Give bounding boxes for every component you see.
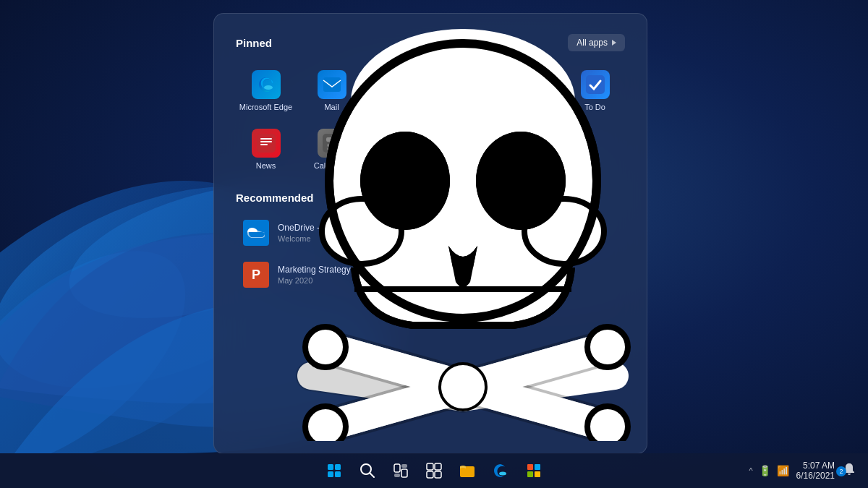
recommended-label: Recommended <box>236 192 625 204</box>
svg-point-26 <box>400 142 404 145</box>
recommended-section: Recommended OneDrive - F... Welcome W <box>236 192 625 294</box>
svg-rect-61 <box>335 471 341 477</box>
rec-item-ppt1[interactable]: P Marketing Strategy - 2020 Pl... May 20… <box>236 256 428 294</box>
todo-app-label: To Do <box>584 103 605 111</box>
svg-rect-72 <box>460 466 475 477</box>
svg-rect-12 <box>257 134 276 153</box>
chevron-right-icon <box>612 40 616 46</box>
explorer-button[interactable] <box>453 456 482 485</box>
app-item-office[interactable]: O Office <box>499 64 559 117</box>
svg-rect-58 <box>328 464 333 470</box>
svg-text:O: O <box>525 80 533 91</box>
rec-item-onedrive[interactable]: OneDrive - F... Welcome <box>236 214 428 252</box>
app-item-photos[interactable]: Photos <box>367 64 427 117</box>
app-item-more[interactable] <box>367 123 427 176</box>
svg-point-21 <box>327 147 330 150</box>
start-button[interactable] <box>320 456 349 485</box>
svg-rect-13 <box>260 138 272 140</box>
widgets-button[interactable] <box>420 456 448 485</box>
battery-icon: 🔋 <box>759 465 771 476</box>
news-icon <box>252 129 281 158</box>
app-item-calculator[interactable]: Calculator <box>302 123 362 176</box>
svg-point-19 <box>331 144 333 147</box>
recommended-grid: OneDrive - F... Welcome W Research Jan 1… <box>236 214 625 294</box>
pinned-label: Pinned <box>236 37 272 49</box>
pinned-apps-grid: Microsoft Edge Mail Photos <box>236 64 625 176</box>
svg-point-4 <box>264 85 273 90</box>
svg-point-25 <box>396 142 399 145</box>
rec-ppt2-name: Travel Expenses <box>475 265 539 275</box>
rec-onedrive-name: OneDrive - F... <box>278 223 333 233</box>
app-item-mail[interactable]: Mail <box>302 64 362 117</box>
rec-word1-info: Research Jan 14 <box>475 223 511 243</box>
news-app-label: News <box>256 161 276 170</box>
calculator-app-label: Calculator <box>314 161 350 170</box>
start-menu-footer <box>569 417 625 440</box>
search-button[interactable] <box>353 456 382 485</box>
edge-icon <box>252 70 281 99</box>
rec-onedrive-info: OneDrive - F... Welcome <box>278 223 333 243</box>
svg-point-23 <box>334 147 337 150</box>
svg-rect-64 <box>394 464 400 472</box>
notification-count: 2 <box>836 466 846 476</box>
taskview-button[interactable] <box>386 456 415 485</box>
svg-point-8 <box>461 82 467 87</box>
photos-app-label: Photos <box>385 103 409 111</box>
svg-point-73 <box>499 472 506 476</box>
app-item-settings[interactable]: Settings <box>433 64 493 117</box>
rec-word1-date: Jan 14 <box>475 234 511 243</box>
start-menu-settings-button[interactable] <box>569 417 592 440</box>
svg-line-63 <box>370 473 374 477</box>
taskbar-center <box>320 456 548 485</box>
store-button[interactable] <box>519 456 548 485</box>
rec-onedrive-date: Welcome <box>278 234 333 243</box>
svg-rect-70 <box>427 471 433 478</box>
network-icon: 📶 <box>777 465 789 476</box>
rec-word1-name: Research <box>475 223 511 233</box>
edge-taskbar-button[interactable] <box>486 456 515 485</box>
svg-point-22 <box>331 147 333 150</box>
onedrive-rec-icon <box>243 220 269 246</box>
ppt2-rec-icon: P <box>440 262 466 288</box>
svg-rect-68 <box>427 463 433 470</box>
start-menu: Pinned All apps <box>213 13 647 454</box>
photos-icon <box>383 70 412 99</box>
svg-rect-59 <box>335 464 341 470</box>
rec-ppt1-info: Marketing Strategy - 2020 Pl... May 2020 <box>278 265 395 285</box>
app-item-todo[interactable]: To Do <box>565 64 625 117</box>
rec-ppt1-name: Marketing Strategy - 2020 Pl... <box>278 265 395 275</box>
time-display: 5:07 AM <box>803 461 835 471</box>
notification-area[interactable]: 2 <box>842 462 856 479</box>
rec-item-word1[interactable]: W Research Jan 14 <box>433 214 625 252</box>
start-menu-power-button[interactable] <box>602 417 625 440</box>
calculator-icon <box>318 129 346 158</box>
rec-item-ppt2[interactable]: P Travel Expenses May 2020 <box>433 256 625 294</box>
svg-rect-71 <box>435 471 441 478</box>
system-tray: ^ 🔋 📶 <box>749 465 788 476</box>
taskbar-right: ^ 🔋 📶 5:07 AM 6/16/2021 2 <box>749 461 856 481</box>
ppt1-rec-icon: P <box>243 262 269 288</box>
word1-rec-icon: W <box>440 220 466 246</box>
clock-display[interactable]: 5:07 AM 6/16/2021 <box>796 461 835 481</box>
svg-rect-14 <box>260 141 272 142</box>
app-item-edge[interactable]: Microsoft Edge <box>236 64 296 117</box>
svg-rect-15 <box>260 144 268 145</box>
svg-rect-5 <box>323 77 341 92</box>
app-item-news[interactable]: News <box>236 123 296 176</box>
rec-ppt1-date: May 2020 <box>278 276 395 285</box>
taskbar: ^ 🔋 📶 5:07 AM 6/16/2021 2 <box>0 453 868 488</box>
office-app-label: Office <box>519 103 540 111</box>
rec-ppt2-date: May 2020 <box>475 276 539 285</box>
all-apps-button[interactable]: All apps <box>568 34 625 51</box>
chevron-up-icon[interactable]: ^ <box>749 466 752 475</box>
office-icon: O <box>515 70 544 99</box>
rec-ppt2-info: Travel Expenses May 2020 <box>475 265 539 285</box>
svg-rect-60 <box>328 471 333 477</box>
mail-app-label: Mail <box>324 103 339 111</box>
todo-icon <box>581 70 610 99</box>
pinned-section-header: Pinned All apps <box>236 34 625 51</box>
settings-app-label: Settings <box>449 103 478 111</box>
svg-point-18 <box>327 144 330 147</box>
settings-icon <box>449 70 478 99</box>
svg-rect-77 <box>535 471 540 477</box>
